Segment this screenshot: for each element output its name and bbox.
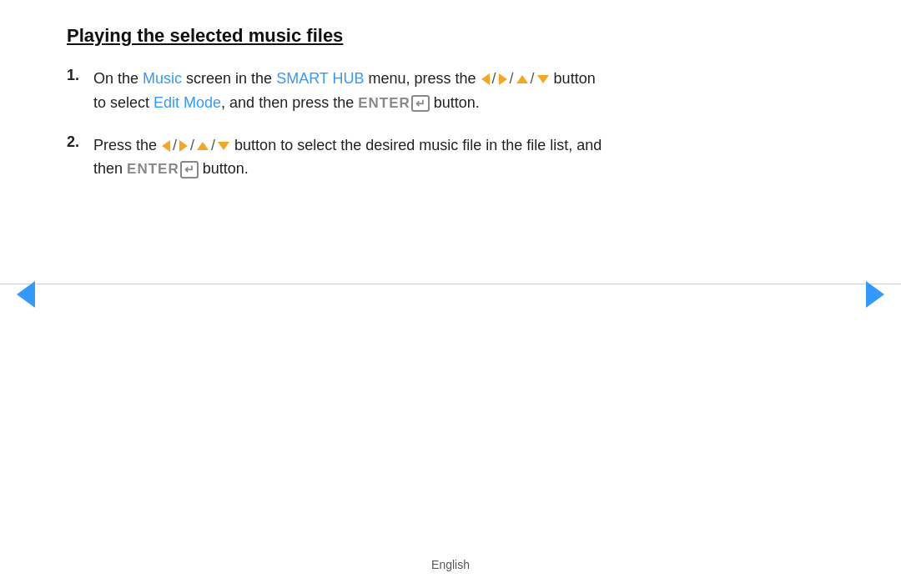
step-1-text: On the Music screen in the SMART HUB men… [93, 67, 596, 115]
arrow-up-icon-2 [197, 142, 209, 150]
music-link: Music [143, 70, 182, 87]
nav-next-button[interactable] [866, 281, 884, 308]
enter-label-2: ENTER [127, 161, 179, 177]
enter-icon-2: ↵ [180, 161, 199, 178]
separator-5: / [190, 137, 194, 153]
step-2: 2. Press the /// button to select the de… [67, 133, 834, 182]
step-2-number: 2. [67, 133, 93, 151]
step-2-text: Press the /// button to select the desir… [93, 133, 602, 182]
arrow-down-icon-2 [218, 142, 229, 150]
separator-1: / [492, 70, 496, 87]
divider-line [0, 284, 901, 284]
footer-language: English [431, 558, 470, 571]
separator-2: / [510, 70, 514, 87]
step-1: 1. On the Music screen in the SMART HUB … [67, 67, 834, 115]
arrow-right-icon-2 [179, 140, 188, 152]
enter-icon-1: ↵ [411, 95, 430, 113]
steps-list: 1. On the Music screen in the SMART HUB … [67, 67, 834, 181]
arrow-up-icon [516, 75, 528, 83]
step-1-number: 1. [67, 67, 93, 84]
separator-3: / [531, 70, 535, 87]
smart-hub-link: SMART HUB [276, 70, 364, 87]
arrow-left-icon [481, 73, 490, 85]
arrow-down-icon [537, 75, 549, 83]
arrow-left-icon-2 [162, 140, 170, 152]
separator-6: / [211, 137, 215, 153]
main-content: Playing the selected music files 1. On t… [0, 0, 901, 181]
page-title: Playing the selected music files [67, 25, 834, 47]
enter-label-1: ENTER [358, 95, 410, 111]
edit-mode-link: Edit Mode [154, 94, 221, 111]
arrow-right-icon [499, 73, 507, 85]
nav-previous-button[interactable] [17, 281, 35, 308]
separator-4: / [173, 137, 177, 153]
